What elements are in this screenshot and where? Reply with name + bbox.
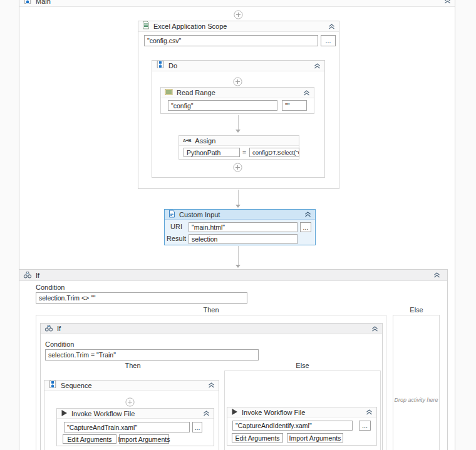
sequence-title: Sequence bbox=[61, 382, 92, 389]
browse-button[interactable]: ... bbox=[300, 222, 311, 232]
inner-condition-input[interactable]: selection.Trim = "Train" bbox=[45, 349, 259, 361]
outer-condition-input[interactable]: selection.Trim <> "" bbox=[36, 292, 247, 304]
condition-label: Condition bbox=[45, 340, 74, 348]
result-input[interactable]: selection bbox=[189, 234, 298, 244]
assign-title: Assign bbox=[195, 137, 215, 145]
inner-if-title: If bbox=[57, 325, 61, 332]
outer-if-title: If bbox=[36, 272, 39, 279]
assign-to-input[interactable]: PythonPath bbox=[184, 148, 240, 157]
sequence-icon bbox=[48, 380, 57, 391]
invoke-workflow-identify-card[interactable]: Invoke Workflow File "CaptureAndIdentify… bbox=[227, 407, 377, 446]
flow-arrow bbox=[235, 115, 241, 133]
custom-input-card[interactable]: Custom Input URI "main.html" ... Result … bbox=[164, 209, 316, 245]
browse-button[interactable]: ... bbox=[359, 421, 371, 431]
do-title: Do bbox=[168, 62, 177, 69]
inner-else-panel[interactable]: Invoke Workflow File "CaptureAndIdentify… bbox=[224, 371, 381, 450]
sequence-icon bbox=[23, 0, 32, 7]
collapse-chevron-icon[interactable] bbox=[314, 63, 321, 69]
drop-activity-hint: Drop activity here bbox=[393, 397, 439, 403]
main-title: Main bbox=[36, 0, 51, 5]
outer-if-card[interactable]: If Condition selection.Trim <> "" Then E… bbox=[19, 269, 448, 450]
play-icon bbox=[61, 408, 68, 419]
uri-input[interactable]: "main.html" bbox=[189, 222, 298, 232]
custom-input-title: Custom Input bbox=[179, 211, 220, 218]
assign-header[interactable]: A+B Assign bbox=[179, 136, 299, 146]
workflow-path-input[interactable]: "CaptureAndIdentify.xaml" bbox=[232, 421, 353, 431]
inner-if-card[interactable]: If Condition selection.Trim = "Train" Th… bbox=[40, 323, 383, 450]
invoke-workflow-header[interactable]: Invoke Workflow File bbox=[227, 407, 376, 417]
sequence-icon bbox=[156, 60, 165, 71]
inner-if-header[interactable]: If bbox=[41, 324, 382, 334]
workbook-path-input[interactable]: "config.csv" bbox=[144, 35, 318, 46]
then-label: Then bbox=[36, 306, 386, 314]
add-activity-icon[interactable] bbox=[125, 397, 135, 407]
if-icon bbox=[44, 323, 53, 334]
uri-label: URI bbox=[170, 223, 182, 230]
if-icon bbox=[23, 270, 32, 281]
assign-card[interactable]: A+B Assign PythonPath = configDT.Select(… bbox=[178, 135, 299, 160]
assign-value-input[interactable]: configDT.Select("Co bbox=[249, 148, 299, 157]
do-sequence-header[interactable]: Do bbox=[152, 61, 324, 71]
collapse-chevron-icon[interactable] bbox=[444, 0, 451, 4]
invoke-workflow-title: Invoke Workflow File bbox=[71, 410, 135, 417]
workflow-designer-canvas: Main Excel Application Scope bbox=[0, 0, 476, 450]
assign-icon: A+B bbox=[183, 138, 191, 143]
collapse-chevron-icon[interactable] bbox=[203, 411, 210, 416]
add-activity-icon[interactable] bbox=[233, 77, 242, 86]
collapse-chevron-icon[interactable] bbox=[303, 90, 310, 96]
edit-arguments-button[interactable]: Edit Arguments bbox=[63, 434, 116, 444]
workflow-path-input[interactable]: "CaptureAndTrain.xaml" bbox=[64, 422, 190, 432]
main-sequence-card[interactable]: Main Excel Application Scope bbox=[19, 0, 455, 450]
collapse-chevron-icon[interactable] bbox=[366, 409, 373, 415]
outer-else-panel[interactable]: Drop activity here bbox=[393, 315, 440, 450]
equals-sign: = bbox=[242, 148, 246, 156]
condition-label: Condition bbox=[36, 284, 65, 291]
do-sequence-card[interactable]: Do bbox=[152, 60, 325, 178]
invoke-workflow-title: Invoke Workflow File bbox=[242, 409, 305, 416]
result-label: Result bbox=[167, 235, 186, 242]
excel-icon bbox=[142, 21, 150, 32]
import-arguments-button[interactable]: Import Arguments bbox=[287, 433, 343, 442]
collapse-chevron-icon[interactable] bbox=[304, 212, 311, 217]
else-label: Else bbox=[393, 306, 440, 314]
invoke-workflow-header[interactable]: Invoke Workflow File bbox=[57, 409, 214, 419]
then-label: Then bbox=[44, 362, 222, 369]
read-range-title: Read Range bbox=[177, 89, 215, 96]
then-sequence-card[interactable]: Sequence bbox=[44, 380, 219, 450]
sequence-header[interactable]: Sequence bbox=[44, 381, 219, 391]
else-label: Else bbox=[224, 362, 381, 369]
invoke-workflow-train-card[interactable]: Invoke Workflow File "CaptureAndTrain.xa… bbox=[56, 408, 214, 446]
read-range-card[interactable]: Read Range "config" "" bbox=[160, 87, 314, 114]
collapse-chevron-icon[interactable] bbox=[433, 272, 443, 278]
browse-button[interactable]: ... bbox=[192, 422, 202, 432]
range-input[interactable]: "" bbox=[282, 100, 307, 111]
add-activity-icon[interactable] bbox=[233, 163, 242, 172]
excel-scope-title: Excel Application Scope bbox=[153, 23, 227, 30]
collapse-chevron-icon[interactable] bbox=[371, 326, 378, 332]
flow-arrow bbox=[235, 246, 241, 268]
browse-button[interactable]: ... bbox=[321, 35, 336, 46]
edit-arguments-button[interactable]: Edit Arguments bbox=[232, 433, 283, 442]
input-document-icon bbox=[168, 209, 175, 220]
flow-arrow bbox=[235, 190, 241, 208]
custom-input-header[interactable]: Custom Input bbox=[165, 210, 315, 220]
excel-application-scope-card[interactable]: Excel Application Scope "config.csv" ... bbox=[138, 21, 339, 189]
main-sequence-header[interactable]: Main bbox=[19, 0, 455, 7]
table-icon bbox=[165, 87, 173, 98]
collapse-chevron-icon[interactable] bbox=[328, 24, 335, 29]
read-range-header[interactable]: Read Range bbox=[161, 88, 314, 98]
collapse-chevron-icon[interactable] bbox=[208, 382, 215, 388]
outer-if-header[interactable]: If bbox=[19, 270, 447, 281]
excel-scope-header[interactable]: Excel Application Scope bbox=[138, 21, 339, 32]
add-activity-icon[interactable] bbox=[234, 10, 243, 19]
import-arguments-button[interactable]: Import Arguments bbox=[119, 434, 169, 444]
sheet-name-input[interactable]: "config" bbox=[168, 100, 277, 111]
play-icon bbox=[231, 407, 238, 418]
